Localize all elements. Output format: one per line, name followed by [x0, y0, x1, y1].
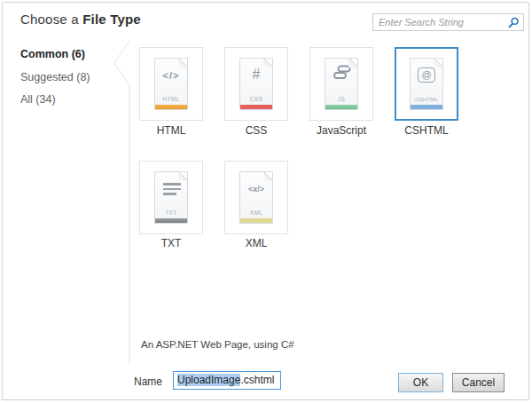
- file-icon-badge: XML: [240, 209, 272, 216]
- html-file-icon: </> HTML: [154, 58, 188, 110]
- cancel-button[interactable]: Cancel: [452, 373, 505, 392]
- file-icon-colorbar: [411, 105, 442, 109]
- code-brackets-glyph: </>: [155, 70, 187, 81]
- filename-selected-text: UploadImage: [177, 374, 240, 386]
- sidebar-item-suggested[interactable]: Suggested (8): [20, 71, 90, 83]
- tile-label-html: HTML: [129, 124, 214, 137]
- tile-label-css: CSS: [214, 124, 299, 137]
- page-fold: [434, 58, 443, 67]
- javascript-file-icon: JS: [325, 58, 358, 110]
- filetype-description: An ASP.NET Web Page, using C#: [141, 339, 294, 350]
- tile-label-txt: TXT: [129, 237, 214, 249]
- xml-file-icon: <x/> XML: [239, 171, 273, 224]
- file-icon-badge: CSHTML: [411, 97, 442, 102]
- search-input[interactable]: [373, 14, 523, 30]
- name-label: Name: [134, 375, 162, 388]
- title-emphasis: File Type: [82, 12, 141, 27]
- tile-label-javascript: JavaScript: [299, 124, 384, 137]
- page-title: Choose a File Type: [20, 12, 141, 27]
- screen: Choose a File Type Common (6) Suggested …: [0, 0, 532, 403]
- at-sign-box: @: [418, 67, 434, 83]
- sidebar-item-common[interactable]: Common (6): [20, 48, 85, 60]
- filetype-tile-cshtml[interactable]: @ CSHTML: [395, 47, 458, 121]
- sidebar-item-all[interactable]: All (34): [20, 93, 56, 106]
- page-fold: [178, 171, 188, 181]
- filename-input[interactable]: UploadImage.cshtml: [173, 371, 281, 390]
- xml-brackets-glyph: <x/>: [240, 185, 272, 194]
- file-icon-colorbar: [240, 218, 272, 223]
- file-icon-colorbar: [325, 105, 357, 109]
- tile-label-xml: XML: [214, 237, 299, 249]
- file-icon-colorbar: [155, 218, 187, 223]
- cshtml-file-icon: @ CSHTML: [410, 58, 443, 110]
- txt-file-icon: TXT: [154, 171, 188, 224]
- file-icon-badge: CSS: [240, 96, 272, 102]
- filetype-tile-css[interactable]: # CSS: [224, 47, 288, 121]
- file-icon-colorbar: [155, 105, 187, 109]
- file-icon-badge: JS: [325, 96, 357, 102]
- filetype-tile-xml[interactable]: <x/> XML: [224, 161, 288, 234]
- title-prefix: Choose a: [20, 12, 82, 27]
- choose-file-type-dialog: Choose a File Type Common (6) Suggested …: [2, 2, 529, 400]
- search-box: [372, 13, 524, 31]
- file-icon-badge: TXT: [155, 209, 187, 216]
- selected-category-pointer: [109, 38, 136, 368]
- page-fold: [178, 58, 188, 67]
- hash-glyph: #: [240, 67, 272, 83]
- text-lines-icon: [163, 183, 181, 198]
- script-stack-icon: [332, 65, 353, 83]
- css-file-icon: # CSS: [239, 58, 273, 110]
- filename-extension-text: .cshtml: [240, 374, 274, 386]
- page-fold: [263, 171, 273, 181]
- page-fold: [263, 58, 273, 67]
- filetype-tile-txt[interactable]: TXT: [139, 161, 203, 234]
- tile-label-cshtml: CSHTML: [384, 124, 469, 137]
- search-icon[interactable]: [508, 17, 520, 28]
- file-icon-colorbar: [240, 105, 272, 109]
- filetype-tile-html[interactable]: </> HTML: [139, 47, 203, 121]
- at-sign-glyph: @: [411, 66, 442, 83]
- page-fold: [348, 58, 358, 67]
- ok-button[interactable]: OK: [398, 373, 443, 392]
- file-icon-badge: HTML: [155, 96, 187, 102]
- filetype-tile-javascript[interactable]: JS: [309, 47, 373, 121]
